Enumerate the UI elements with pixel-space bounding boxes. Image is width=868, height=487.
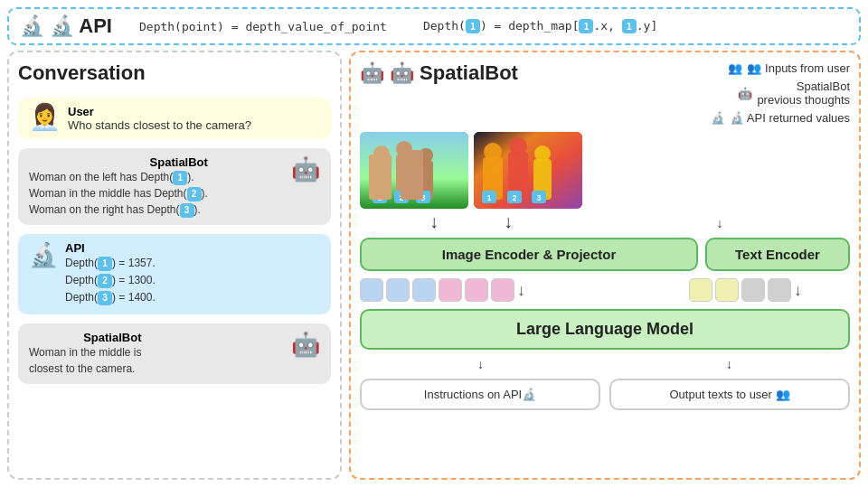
- user-bubble: 👩‍💼 User Who stands closest to the camer…: [18, 98, 331, 139]
- bot-icon-1: 🤖: [291, 155, 320, 183]
- body-row: Conversation 👩‍💼 User Who stands closest…: [7, 51, 861, 480]
- badge-api-1: 1: [98, 257, 112, 271]
- api-values-label: 🔬 🔬 API returned values: [711, 111, 850, 125]
- output-api-box: Instructions on API🔬: [360, 379, 600, 410]
- bot-text-2: SpatialBot Woman in the middle isclosest…: [29, 331, 142, 377]
- thermal-image: 1 2 3: [474, 132, 582, 209]
- sb-title: 🤖 🤖 SpatialBot: [360, 61, 518, 85]
- image-encoder-box: Image Encoder & Projector: [360, 238, 698, 271]
- token-pink-3: [491, 278, 514, 302]
- images-col: 1 2 3: [360, 132, 582, 230]
- arrow-down-center: ↓: [517, 278, 525, 302]
- encoders-row: Image Encoder & Projector Text Encoder: [360, 238, 850, 271]
- inputs-arrow-col: 👥 👥 Inputs from user 🤖 SpatialBotpreviou…: [696, 61, 850, 125]
- prev-thoughts-icon: 🤖: [738, 87, 752, 100]
- output-arrows-row: ↓ ↓: [360, 357, 850, 371]
- svg-text:3: 3: [536, 193, 541, 202]
- images-encoders-area: 1 2 3: [360, 132, 850, 230]
- image-pair: 1 2 3: [360, 132, 582, 209]
- bot-icon-2: 🤖: [291, 331, 320, 359]
- api-header: 🔬 🔬 API Depth(point) = depth_value_of_po…: [7, 7, 861, 45]
- badge-3: 1: [622, 19, 637, 33]
- main-container: 🔬 🔬 API Depth(point) = depth_value_of_po…: [0, 0, 868, 487]
- svg-point-4: [396, 141, 412, 157]
- svg-text:3: 3: [420, 193, 425, 202]
- user-icon: 👩‍💼: [29, 105, 61, 130]
- api-title: 🔬 🔬 API: [20, 14, 112, 38]
- svg-point-6: [419, 148, 433, 163]
- api-values-icon: 🔬: [711, 111, 725, 125]
- svg-text:1: 1: [486, 193, 491, 202]
- token-yellow-2: [715, 278, 739, 302]
- llm-row: Large Language Model: [360, 309, 850, 350]
- user-icon-sb: 👥: [728, 61, 742, 75]
- arrow-down-inputs: ↓: [590, 216, 850, 230]
- badge-left: 1: [173, 171, 187, 185]
- token-group-left: ↓: [360, 278, 682, 302]
- badge-2: 1: [579, 19, 593, 33]
- api-formula1: Depth(point) = depth_value_of_point: [139, 20, 387, 33]
- sb-header-row: 🤖 🤖 SpatialBot 👥 👥 Inputs from user 🤖 Sp…: [360, 61, 850, 125]
- token-blue-2: [386, 278, 410, 302]
- inputs-from-user-label: 👥 👥 Inputs from user: [728, 61, 850, 75]
- svg-point-17: [509, 137, 527, 155]
- svg-point-19: [534, 145, 551, 162]
- output-row: Instructions on API🔬 Output texts to use…: [360, 379, 850, 410]
- text-encoder-box: Text Encoder: [705, 238, 850, 271]
- text-encoder-col: ↓: [590, 216, 850, 230]
- token-pink-1: [439, 278, 462, 302]
- arrow-down-right: ↓: [794, 278, 802, 302]
- api-bubble-icon: 🔬: [29, 241, 58, 269]
- bot-bubble-1: SpatialBot Woman on the left has Depth(1…: [18, 148, 331, 225]
- badge-middle: 2: [187, 187, 202, 201]
- api-bubble: 🔬 API Depth(1) = 1357. Depth(2) = 1300. …: [18, 234, 331, 314]
- badge-1: 1: [466, 19, 480, 33]
- token-blue-1: [360, 278, 383, 302]
- token-group-right: ↓: [689, 278, 850, 302]
- token-gray-2: [768, 278, 791, 302]
- svg-text:2: 2: [512, 193, 516, 202]
- api-icon: 🔬: [20, 14, 44, 38]
- badge-right: 3: [180, 203, 194, 218]
- arrow-down-images: ↓ ↓: [429, 212, 513, 230]
- rgb-image: 1 2 3: [360, 132, 468, 209]
- rgb-svg: 1 2 3: [360, 132, 468, 209]
- token-gray-1: [741, 278, 765, 302]
- token-yellow-1: [689, 278, 712, 302]
- api-formula2: Depth(1) = depth_map[1.x, 1.y]: [423, 19, 657, 34]
- spatialbot-panel: 🤖 🤖 SpatialBot 👥 👥 Inputs from user 🤖 Sp…: [349, 51, 861, 480]
- tokens-row: ↓ ↓: [360, 278, 850, 302]
- arrow-down-api-output: ↓: [360, 357, 601, 371]
- prev-thoughts-label: 🤖 SpatialBotprevious thoughts: [738, 80, 850, 107]
- thermal-svg: 1 2 3: [474, 132, 582, 209]
- conv-title: Conversation: [18, 61, 331, 85]
- arrow-down-text-output: ↓: [609, 357, 850, 371]
- bot-text-1: SpatialBot Woman on the left has Depth(1…: [29, 155, 208, 218]
- token-pink-2: [465, 278, 488, 302]
- svg-rect-0: [360, 132, 468, 209]
- arrows-inputs-row: ↓: [590, 216, 850, 230]
- conversation-panel: Conversation 👩‍💼 User Who stands closest…: [7, 51, 342, 480]
- svg-text:2: 2: [399, 193, 403, 202]
- sb-robot-icon: 🤖: [360, 61, 384, 85]
- user-text: User Who stands closest to the camera?: [68, 105, 251, 132]
- output-text-box: Output texts to user 👥: [609, 379, 850, 410]
- token-blue-3: [412, 278, 436, 302]
- svg-point-2: [373, 145, 390, 162]
- svg-rect-1: [373, 159, 390, 200]
- badge-api-3: 3: [98, 291, 112, 305]
- bot-bubble-2: SpatialBot Woman in the middle isclosest…: [18, 323, 331, 384]
- svg-point-15: [484, 143, 502, 161]
- badge-api-2: 2: [98, 274, 112, 288]
- llm-box: Large Language Model: [360, 309, 850, 350]
- svg-text:1: 1: [377, 193, 382, 202]
- api-bubble-text: API Depth(1) = 1357. Depth(2) = 1300. De…: [65, 241, 156, 307]
